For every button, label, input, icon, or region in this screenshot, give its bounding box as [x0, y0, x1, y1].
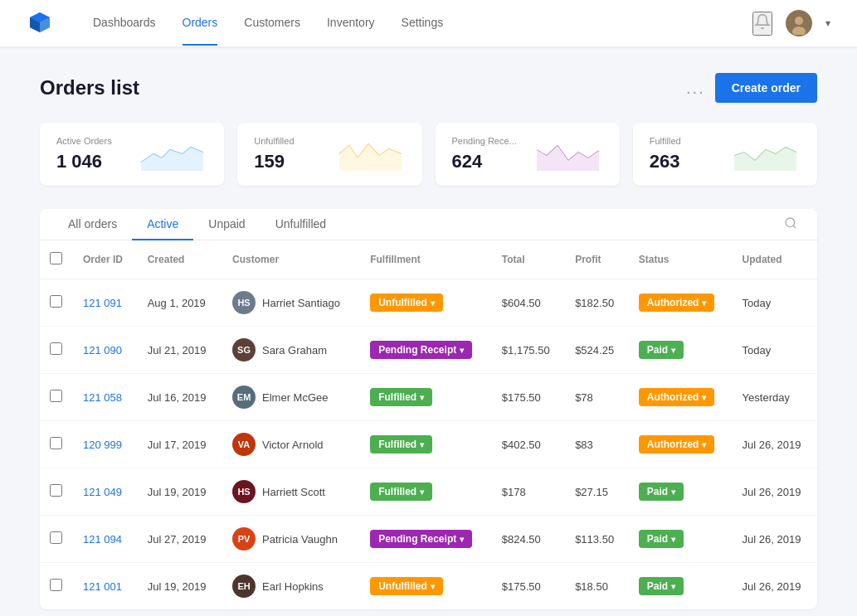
tab-all-orders[interactable]: All orders [53, 209, 132, 240]
fulfillment-badge-6[interactable]: Unfulfilled ▾ [370, 577, 443, 595]
row-checkbox-cell [40, 327, 73, 374]
stat-info-active: Active Orders 1 046 [56, 136, 112, 172]
notification-bell-icon[interactable] [752, 12, 772, 36]
row-checkbox-cell [40, 421, 73, 468]
row-checkbox-0[interactable] [50, 295, 62, 308]
table-row[interactable]: 120 999 Jul 17, 2019 VA Victor Arnold Fu… [40, 421, 817, 468]
status-badge-5[interactable]: Paid ▾ [639, 530, 684, 548]
row-checkbox-5[interactable] [50, 531, 62, 544]
header-created: Created [138, 240, 222, 279]
row-checkbox-3[interactable] [50, 437, 62, 449]
row-checkbox-4[interactable] [50, 484, 62, 497]
fulfillment-badge-1[interactable]: Pending Receipt ▾ [370, 341, 472, 359]
header-updated: Updated [733, 240, 817, 279]
row-status: Paid ▾ [629, 516, 733, 563]
stat-card-fulfilled[interactable]: Fulfilled 263 [633, 123, 817, 186]
header-fulfillment: Fulfillment [360, 240, 492, 279]
nav-dashboards[interactable]: Dashboards [93, 1, 156, 46]
status-badge-arrow-4: ▾ [671, 487, 675, 497]
stat-label-unfulfilled: Unfulfilled [254, 136, 294, 146]
table-search-button[interactable] [777, 210, 804, 240]
order-id-link-5[interactable]: 121 094 [83, 533, 122, 546]
row-checkbox-cell [40, 374, 73, 421]
header-customer: Customer [222, 240, 360, 279]
status-badge-4[interactable]: Paid ▾ [639, 483, 684, 501]
status-badge-arrow-0: ▾ [702, 298, 706, 308]
status-badge-arrow-1: ▾ [671, 346, 675, 355]
create-order-button[interactable]: Create order [715, 73, 817, 103]
order-id-link-6[interactable]: 121 001 [83, 580, 122, 593]
row-order-id: 121 091 [73, 279, 138, 327]
customer-name-4: Harriett Scott [262, 486, 325, 498]
row-total: $175.50 [492, 374, 565, 421]
row-checkbox-6[interactable] [50, 579, 62, 591]
table-row[interactable]: 121 001 Jul 19, 2019 EH Earl Hopkins Unf… [40, 563, 817, 610]
stat-value-fulfilled: 263 [650, 151, 681, 172]
nav-orders[interactable]: Orders [183, 1, 218, 46]
row-profit: $182.50 [565, 279, 629, 327]
user-avatar[interactable] [786, 10, 812, 36]
status-badge-0[interactable]: Authorized ▾ [639, 293, 715, 312]
fulfillment-badge-4[interactable]: Fulfilled ▾ [370, 483, 432, 501]
row-checkbox-1[interactable] [50, 342, 62, 355]
tab-active[interactable]: Active [132, 209, 193, 240]
row-status: Authorized ▾ [629, 279, 733, 327]
table-row[interactable]: 121 091 Aug 1, 2019 HS Harriet Santiago … [40, 279, 817, 327]
table-row[interactable]: 121 094 Jul 27, 2019 PV Patricia Vaughn … [40, 516, 817, 563]
page-title: Orders list [40, 76, 139, 99]
status-badge-1[interactable]: Paid ▾ [639, 341, 684, 359]
status-badge-6[interactable]: Paid ▾ [639, 577, 684, 595]
svg-point-1 [795, 17, 803, 25]
row-profit: $18.50 [565, 563, 629, 610]
select-all-checkbox[interactable] [50, 252, 62, 264]
table-row[interactable]: 121 049 Jul 19, 2019 HS Harriett Scott F… [40, 468, 817, 516]
status-badge-3[interactable]: Authorized ▾ [639, 435, 715, 454]
order-id-link-3[interactable]: 120 999 [83, 439, 122, 451]
nav-inventory[interactable]: Inventory [327, 1, 375, 46]
order-id-link-2[interactable]: 121 058 [83, 391, 122, 404]
more-options-button[interactable]: ... [686, 79, 705, 98]
table-header: Order ID Created Customer Fulfillment To… [40, 240, 817, 279]
order-id-link-4[interactable]: 121 049 [83, 486, 122, 498]
header-checkbox-col [40, 240, 73, 279]
stat-card-pending[interactable]: Pending Rece... 624 [436, 123, 620, 186]
row-checkbox-cell [40, 563, 73, 610]
row-order-id: 121 001 [73, 563, 138, 610]
fulfillment-badge-3[interactable]: Fulfilled ▾ [370, 435, 432, 454]
fulfillment-badge-2[interactable]: Fulfilled ▾ [370, 388, 432, 406]
row-checkbox-2[interactable] [50, 390, 62, 402]
svg-point-3 [786, 218, 795, 227]
status-badge-2[interactable]: Authorized ▾ [639, 388, 715, 406]
svg-line-4 [793, 226, 796, 228]
stat-card-unfulfilled[interactable]: Unfulfilled 159 [237, 123, 421, 186]
header-status: Status [629, 240, 733, 279]
customer-name-6: Earl Hopkins [262, 580, 324, 593]
table-row[interactable]: 121 090 Jul 21, 2019 SG Sara Graham Pend… [40, 327, 817, 374]
nav-customers[interactable]: Customers [244, 1, 300, 46]
fulfillment-badge-5[interactable]: Pending Receipt ▾ [370, 530, 472, 548]
row-checkbox-cell [40, 516, 73, 563]
row-updated: Jul 26, 2019 [733, 421, 817, 468]
row-profit: $83 [565, 421, 629, 468]
user-menu-caret[interactable]: ▾ [825, 17, 830, 29]
row-checkbox-cell [40, 468, 73, 516]
main-nav: Dashboards Orders Customers Inventory Se… [93, 1, 752, 46]
order-id-link-1[interactable]: 121 090 [83, 344, 122, 357]
orders-table: Order ID Created Customer Fulfillment To… [40, 240, 817, 609]
stat-label-active: Active Orders [56, 136, 112, 146]
status-badge-arrow-6: ▾ [671, 582, 675, 591]
tab-unpaid[interactable]: Unpaid [193, 209, 260, 240]
row-created: Jul 21, 2019 [138, 327, 222, 374]
order-id-link-0[interactable]: 121 091 [83, 297, 122, 309]
row-total: $824.50 [492, 516, 565, 563]
tab-unfulfilled[interactable]: Unfulfilled [261, 209, 341, 240]
table-row[interactable]: 121 058 Jul 16, 2019 EM Elmer McGee Fulf… [40, 374, 817, 421]
nav-settings[interactable]: Settings [402, 1, 444, 46]
status-badge-arrow-3: ▾ [702, 440, 706, 449]
header-order-id: Order ID [73, 240, 138, 279]
row-total: $1,175.50 [492, 327, 565, 374]
stat-card-active[interactable]: Active Orders 1 046 [40, 123, 224, 186]
fulfillment-badge-0[interactable]: Unfulfilled ▾ [370, 293, 443, 312]
logo[interactable] [27, 9, 53, 38]
fulfillment-badge-arrow-1: ▾ [460, 346, 464, 355]
